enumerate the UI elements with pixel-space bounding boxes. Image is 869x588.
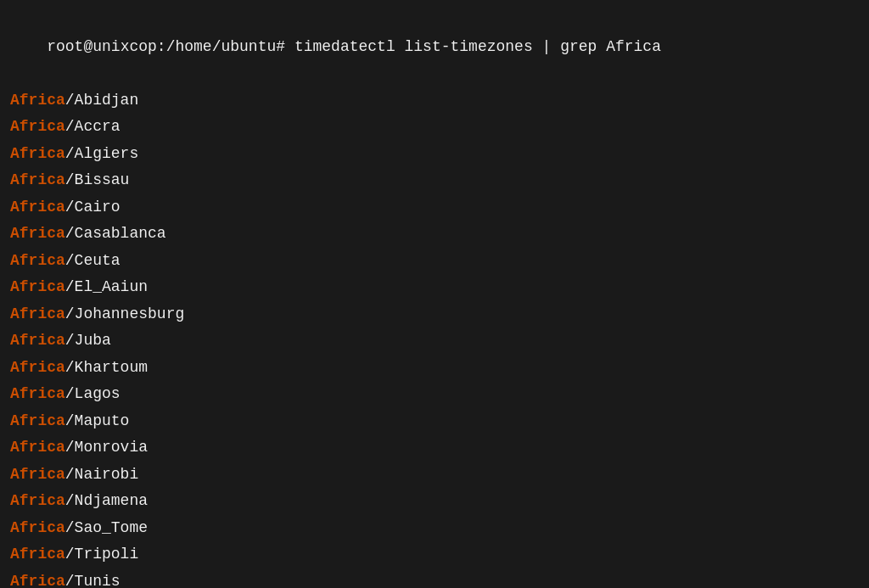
list-item: Africa/Nairobi [10,462,859,489]
timezone-list: Africa/AbidjanAfrica/AccraAfrica/Algiers… [10,87,859,589]
timezone-suffix: /Juba [65,332,111,349]
timezone-prefix: Africa [10,439,65,456]
timezone-suffix: /Ceuta [65,252,121,269]
timezone-prefix: Africa [10,199,65,216]
timezone-suffix: /El_Aaiun [65,278,148,295]
list-item: Africa/El_Aaiun [10,274,859,301]
timezone-suffix: /Johannesburg [65,305,184,322]
terminal-window[interactable]: root@unixcop:/home/ubuntu# timedatectl l… [0,0,869,588]
list-item: Africa/Tunis [10,568,859,589]
timezone-prefix: Africa [10,546,65,563]
list-item: Africa/Ndjamena [10,488,859,515]
timezone-suffix: /Khartoum [65,359,148,376]
timezone-suffix: /Maputo [65,412,130,429]
timezone-prefix: Africa [10,305,65,322]
timezone-suffix: /Bissau [65,171,130,188]
list-item: Africa/Lagos [10,381,859,408]
command-text: timedatectl list-timezones | grep Africa [294,38,661,55]
list-item: Africa/Casablanca [10,221,859,248]
timezone-prefix: Africa [10,278,65,295]
list-item: Africa/Algiers [10,141,859,168]
timezone-prefix: Africa [10,332,65,349]
timezone-suffix: /Abidjan [65,92,138,109]
list-item: Africa/Johannesburg [10,301,859,328]
timezone-prefix: Africa [10,252,65,269]
timezone-suffix: /Casablanca [65,225,166,242]
list-item: Africa/Sao_Tome [10,515,859,542]
timezone-prefix: Africa [10,573,65,589]
timezone-suffix: /Tripoli [65,546,138,563]
command-line: root@unixcop:/home/ubuntu# timedatectl l… [10,7,859,87]
list-item: Africa/Ceuta [10,248,859,275]
timezone-prefix: Africa [10,359,65,376]
timezone-prefix: Africa [10,145,65,162]
timezone-prefix: Africa [10,385,65,402]
timezone-suffix: /Cairo [65,199,121,216]
list-item: Africa/Cairo [10,194,859,221]
timezone-suffix: /Sao_Tome [65,519,148,536]
list-item: Africa/Juba [10,328,859,355]
list-item: Africa/Bissau [10,167,859,194]
timezone-suffix: /Monrovia [65,439,148,456]
list-item: Africa/Monrovia [10,434,859,462]
prompt: root@unixcop:/home/ubuntu# [47,38,294,55]
timezone-prefix: Africa [10,92,65,109]
timezone-suffix: /Nairobi [65,466,138,483]
timezone-suffix: /Accra [65,118,121,135]
timezone-prefix: Africa [10,171,65,188]
timezone-suffix: /Ndjamena [65,492,148,509]
timezone-suffix: /Tunis [65,573,121,589]
list-item: Africa/Tripoli [10,541,859,568]
list-item: Africa/Abidjan [10,87,859,115]
list-item: Africa/Khartoum [10,355,859,382]
timezone-prefix: Africa [10,412,65,429]
timezone-prefix: Africa [10,225,65,242]
timezone-suffix: /Lagos [65,385,121,402]
timezone-prefix: Africa [10,118,65,135]
list-item: Africa/Maputo [10,408,859,435]
timezone-prefix: Africa [10,466,65,483]
list-item: Africa/Accra [10,114,859,141]
timezone-suffix: /Algiers [65,145,138,162]
timezone-prefix: Africa [10,492,65,509]
timezone-prefix: Africa [10,519,65,536]
